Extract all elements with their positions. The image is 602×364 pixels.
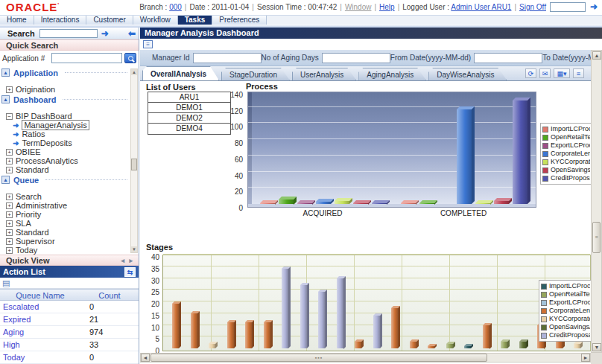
search-go-icon[interactable]: ➜ <box>101 28 109 39</box>
tree-item-termdeposits[interactable]: ➜TermDeposits <box>0 138 131 147</box>
tree-item-obiee[interactable]: +OBIEE <box>0 147 131 156</box>
info-value-000[interactable]: 000 <box>169 3 182 11</box>
queue-count-value: 21 <box>80 315 139 324</box>
collapse-sidebar-icon[interactable]: ⬅ <box>128 28 136 39</box>
tree-item-standard[interactable]: +Standard <box>0 228 131 237</box>
form-field-input[interactable] <box>193 53 262 63</box>
tree-item-supervisor[interactable]: +Supervisor <box>0 237 131 246</box>
tab-daywiseanalysis[interactable]: DayWiseAnalysis <box>428 68 507 80</box>
quick-view-pager-icons[interactable]: ◂ ▸ <box>121 257 134 264</box>
expand-icon[interactable]: + <box>6 167 13 173</box>
horizontal-scroll-thumb[interactable]: ▪▪▪ <box>150 354 487 362</box>
queue-name-link[interactable]: Aging <box>0 328 80 336</box>
process-gridline <box>248 171 536 172</box>
tab-overallanalysis[interactable]: OverallAnalysis <box>142 66 219 80</box>
tree-item-manageranalysis[interactable]: ➜ManagerAnalysis <box>0 121 131 130</box>
expand-icon[interactable]: + <box>6 229 13 236</box>
queue-name-link[interactable]: High <box>0 340 80 349</box>
expand-icon[interactable]: + <box>6 86 13 93</box>
tree-scroll-thumb[interactable] <box>131 159 137 170</box>
refresh-icon[interactable]: ⟳ <box>525 68 536 78</box>
scroll-right-icon[interactable]: ► <box>581 354 590 362</box>
quick-jump-input[interactable] <box>550 2 586 12</box>
chart-type-icon[interactable]: ▦▾ <box>554 68 570 78</box>
user-row-aru1[interactable]: ARU1 <box>148 92 230 103</box>
tree-item-search[interactable]: +Search <box>0 192 131 201</box>
expand-icon[interactable]: + <box>6 194 13 200</box>
user-row-demo2[interactable]: DEMO2 <box>148 113 230 124</box>
action-list-refresh-icon[interactable]: ⇆ <box>124 267 136 277</box>
info-value-window[interactable]: Window <box>345 3 372 11</box>
grid-view-icon[interactable]: ▤ <box>2 278 10 288</box>
tree-item-standard[interactable]: +Standard <box>0 165 131 174</box>
tree-item-origination[interactable]: +Origination <box>0 85 131 94</box>
expand-icon[interactable]: + <box>6 238 13 245</box>
menu-tab-tasks[interactable]: Tasks <box>178 16 213 25</box>
tab-useranalysis[interactable]: UserAnalysis <box>292 68 356 80</box>
collapse-icon[interactable]: − <box>6 113 13 120</box>
tree-scroll-down-icon[interactable]: ▼ <box>131 246 137 252</box>
menu-tab-preferences[interactable]: Preferences <box>212 16 267 25</box>
export-icon[interactable]: ✉ <box>539 68 551 78</box>
tree-section-queue[interactable]: ▲Queue <box>0 174 131 185</box>
tree-item-administrative[interactable]: +Administrative <box>0 201 131 210</box>
form-field-input[interactable] <box>474 53 542 63</box>
scroll-left-icon[interactable]: ◄ <box>141 354 150 362</box>
application-window: ORACLE' Branch : 000|Date : 2011-01-04|S… <box>0 0 602 364</box>
chart-bar-side <box>434 344 437 348</box>
tree-scroll-up-icon[interactable]: ▲ <box>131 69 137 75</box>
quick-jump-go-icon[interactable]: ➜ <box>590 1 598 12</box>
tree-item-priority[interactable]: +Priority <box>0 210 131 219</box>
section-collapse-icon[interactable]: ▲ <box>1 95 10 103</box>
tree-item-processanalytics[interactable]: +ProcessAnalytics <box>0 156 131 165</box>
expand-icon[interactable]: + <box>6 158 13 165</box>
search-icon[interactable] <box>124 53 136 63</box>
tree-item-label: Standard <box>16 165 49 174</box>
expand-icon[interactable]: + <box>6 202 13 209</box>
user-row-demo1[interactable]: DEMO1 <box>148 103 230 113</box>
scroll-down-icon[interactable]: ▼ <box>592 343 601 351</box>
list-icon[interactable]: ≡ <box>143 40 153 48</box>
expand-icon[interactable]: + <box>6 211 13 218</box>
info-value-admin-user-aru1[interactable]: Admin User ARU1 <box>451 3 511 11</box>
legend-entry: CreditProposal <box>541 331 590 339</box>
section-collapse-icon[interactable]: ▲ <box>1 176 10 184</box>
chart-bar <box>501 342 507 348</box>
settings-icon[interactable]: ≡ <box>573 68 584 78</box>
tab-aginganalysis[interactable]: AgingAnalysis <box>358 68 426 80</box>
form-field-input[interactable] <box>322 53 390 63</box>
expand-icon[interactable]: + <box>6 149 13 156</box>
quick-view-header[interactable]: Quick View ◂ ▸ <box>0 255 139 266</box>
horizontal-scrollbar[interactable]: ◄ ► ▪▪▪ <box>140 353 591 363</box>
tree-item-sla[interactable]: +SLA <box>0 219 131 228</box>
legend-label: CreditProposal <box>551 174 590 182</box>
section-collapse-icon[interactable]: ▲ <box>1 68 10 77</box>
legend-swatch <box>541 325 547 331</box>
quick-search-header[interactable]: Quick Search <box>0 39 139 51</box>
menu-tab-customer[interactable]: Customer <box>86 16 133 25</box>
menu-tab-workflow[interactable]: Workflow <box>133 16 178 25</box>
queue-name-link[interactable]: Escalated <box>0 302 80 311</box>
legend-swatch <box>541 292 547 298</box>
tree-scrollbar[interactable]: ▲ ▼ <box>130 68 138 253</box>
application-number-input[interactable] <box>51 53 122 63</box>
queue-name-link[interactable]: Today <box>0 353 80 362</box>
scroll-up-icon[interactable]: ▲ <box>592 51 601 60</box>
info-value-help[interactable]: Help <box>379 3 395 11</box>
stages-chart-legend: ImportLCProcessFOpenRetailTermDeExportLC… <box>539 280 591 342</box>
user-row-demo4[interactable]: DEMO4 <box>148 124 230 134</box>
tree-item-today[interactable]: +Today <box>0 246 131 255</box>
menu-tab-home[interactable]: Home <box>0 16 34 25</box>
expand-icon[interactable]: + <box>6 247 13 254</box>
search-input[interactable] <box>39 29 98 38</box>
tree-item-ratios[interactable]: ➜Ratios <box>0 130 131 138</box>
tree-section-application[interactable]: ▲Application <box>0 67 131 78</box>
tab-stageduration[interactable]: StageDuration <box>221 68 290 80</box>
vertical-scroll-thumb[interactable]: ≡ <box>592 222 601 253</box>
tree-section-dashboard[interactable]: ▲Dashboard <box>0 94 131 105</box>
menu-tab-interactions[interactable]: Interactions <box>34 16 87 25</box>
expand-icon[interactable]: + <box>6 220 13 227</box>
vertical-scrollbar[interactable]: ▲ ▼ ≡ <box>591 50 602 353</box>
queue-name-link[interactable]: Expired <box>0 315 80 324</box>
info-value-sign-off[interactable]: Sign Off <box>519 3 546 11</box>
